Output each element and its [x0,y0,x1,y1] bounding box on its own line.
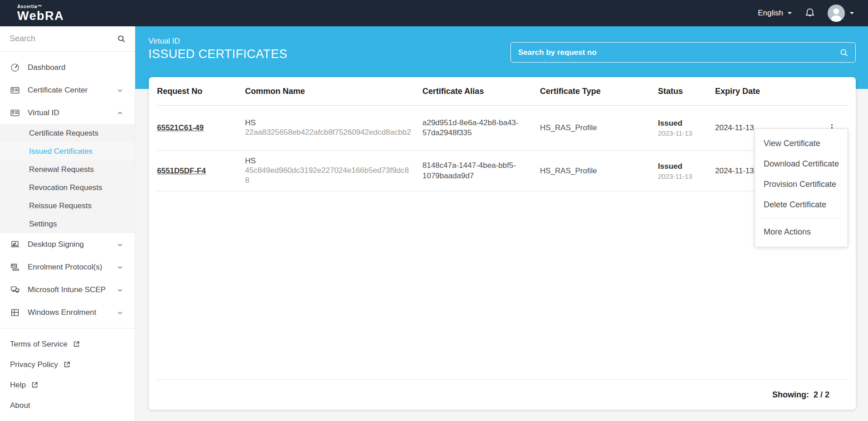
link-privacy-policy[interactable]: Privacy Policy [0,354,135,375]
brand-ascertia: Ascertia™ [17,5,64,9]
status-cell: Issued 2023-11-13 [658,162,715,180]
avatar [828,5,845,22]
sidebar-item-issued-certificates[interactable]: Issued Certificates [0,142,135,161]
link-terms-of-service[interactable]: Terms of Service [0,334,135,354]
chevron-down-icon [117,242,123,248]
sidebar-item-label: Windows Enrolment [28,308,117,317]
breadcrumb: Virtual ID [148,37,287,46]
status-badge: Issued [658,119,715,128]
certificate-type-value: HS_RAS_Profile [540,166,658,176]
menu-item-delete-certificate[interactable]: Delete Certificate [755,195,848,215]
request-search-input[interactable] [511,48,839,57]
dashboard-icon [10,63,20,73]
sidebar-item-virtual-id[interactable]: Virtual ID [0,102,135,124]
desktop-signing-icon [10,240,20,250]
row-actions-menu: View Certificate Download Certificate Pr… [755,128,848,247]
status-date: 2023-11-13 [658,129,715,137]
sidebar-item-label: Desktop Signing [28,240,117,249]
issued-certificates-card: Request No Common Name Certificate Alias… [149,77,856,410]
sidebar-item-revocation-requests[interactable]: Revocation Requests [0,179,135,197]
sidebar-subitem-label: Revocation Requests [29,183,103,192]
sidebar-item-reissue-requests[interactable]: Reissue Requests [0,197,135,215]
sidebar-item-dashboard[interactable]: Dashboard [0,56,135,79]
link-label: Terms of Service [10,340,68,349]
common-name-cell: HS 45c849ed960dc3192e227024e166b5ed73f9d… [245,157,422,185]
sidebar-subitem-label: Issued Certificates [29,147,93,156]
user-menu[interactable] [828,5,854,22]
table-row: 6551D5DF-F4 HS 45c849ed960dc3192e227024e… [157,151,848,191]
sidebar-item-windows-enrolment[interactable]: Windows Enrolment [0,301,135,324]
chevron-up-icon [117,110,123,116]
certificate-alias-value: 8148c47a-1447-4bea-bbf5-1079baada9d7 [422,161,520,181]
sidebar-subitem-label: Settings [29,220,57,229]
table-row: 65521C61-49 HS 22aa8325658eb422afcb8f752… [157,106,848,151]
column-request-no: Request No [157,87,245,96]
status-date: 2023-11-13 [658,172,715,180]
language-selector[interactable]: English [758,9,792,18]
menu-item-more-actions[interactable]: More Actions [755,222,848,242]
language-label: English [758,9,783,18]
request-no-link[interactable]: 6551D5DF-F4 [157,166,206,175]
sidebar-item-renewal-requests[interactable]: Renewal Requests [0,161,135,179]
link-label: About [10,401,30,410]
search-icon[interactable] [839,48,848,57]
menu-item-provision-certificate[interactable]: Provision Certificate [755,174,848,195]
menu-divider [761,218,841,219]
chevron-down-icon [849,11,854,15]
notifications-button[interactable] [804,7,816,19]
sidebar-item-label: Virtual ID [28,108,117,117]
common-name-hash: 22aa8325658eb422afcb8f75260942edcd8acbb2 [245,127,412,137]
request-no-link[interactable]: 65521C61-49 [157,123,204,132]
external-link-icon [31,381,39,389]
sidebar-item-label: Certificate Center [28,86,117,95]
chevron-down-icon [117,88,123,93]
sidebar-item-certificate-requests[interactable]: Certificate Requests [0,124,135,142]
virtual-id-card-icon [10,108,20,118]
table-header: Request No Common Name Certificate Alias… [157,77,848,106]
search-icon[interactable] [117,34,126,43]
chevron-down-icon [117,287,123,293]
expiry-date-value: 2024-11-13 [715,166,754,175]
sidebar-search-input[interactable] [0,26,135,51]
sidebar-item-label: Microsoft Intune SCEP [28,285,117,294]
certificate-alias-value: a29d951d-8e6a-42b8-ba43-57da2948f335 [422,118,520,138]
common-name-prefix: HS [245,118,422,127]
status-cell: Issued 2023-11-13 [658,119,715,137]
common-name-prefix: HS [245,157,422,166]
link-help[interactable]: Help [0,375,135,395]
column-certificate-alias: Certificate Alias [422,87,540,96]
sidebar-item-microsoft-intune-scep[interactable]: Microsoft Intune SCEP [0,279,135,301]
windows-icon [10,308,20,318]
certificate-type-value: HS_RAS_Profile [540,123,658,132]
bell-icon [804,7,816,19]
sidebar-subitem-label: Reissue Requests [29,201,92,210]
sidebar-item-desktop-signing[interactable]: Desktop Signing [0,233,135,256]
column-expiry-date: Expiry Date [715,87,817,96]
top-bar: Ascertia™ WebRA English [0,0,868,26]
sidebar-item-label: Dashboard [28,63,123,72]
sidebar-footer-links: Terms of Service Privacy Policy Help Abo… [0,328,135,416]
showing-count: 2 / 2 [814,390,829,400]
menu-item-download-certificate[interactable]: Download Certificate [755,154,848,174]
sidebar-subitem-label: Certificate Requests [29,129,98,138]
sidebar-item-enrolment-protocols[interactable]: Enrolment Protocol(s) [0,256,135,279]
brand-logo[interactable]: Ascertia™ WebRA [17,5,64,22]
column-certificate-type: Certificate Type [540,87,658,96]
expiry-date-value: 2024-11-13 [715,123,754,132]
common-name-cell: HS 22aa8325658eb422afcb8f75260942edcd8ac… [245,118,422,137]
person-icon [828,5,845,22]
sidebar-item-certificate-center[interactable]: Certificate Center [0,79,135,102]
sidebar-nav: Dashboard Certificate Center Virtual ID … [0,52,135,416]
chevron-down-icon [117,310,123,316]
link-about[interactable]: About [0,395,135,416]
brand-webra: WebRA [17,10,64,22]
certificate-card-icon [10,85,20,95]
table-footer: Showing: 2 / 2 [157,379,848,410]
sidebar-subitem-label: Renewal Requests [29,165,94,174]
sidebar-item-settings[interactable]: Settings [0,215,135,233]
menu-item-view-certificate[interactable]: View Certificate [755,133,848,154]
link-label: Help [10,381,26,390]
page-title: ISSUED CERTIFICATES [148,47,287,61]
showing-label: Showing: [772,390,809,400]
external-link-icon [73,340,80,348]
